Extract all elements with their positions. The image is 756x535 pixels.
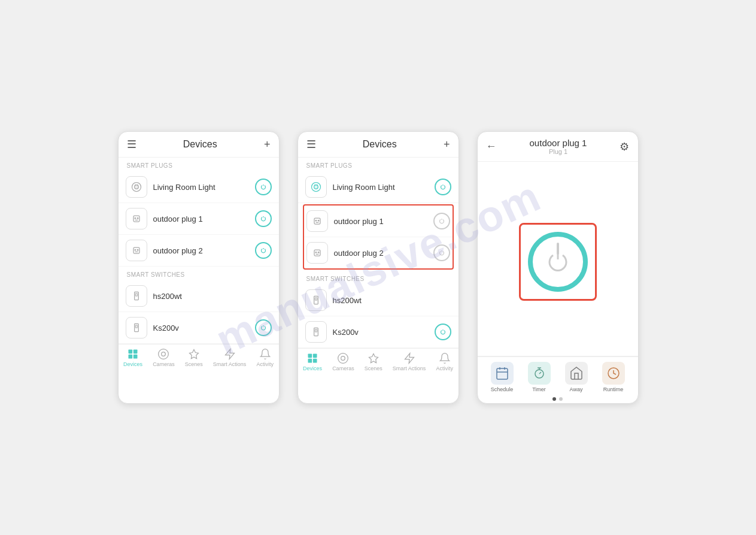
screen2-title: Devices: [363, 139, 397, 150]
dot-1: [552, 397, 556, 401]
nav-label: Devices: [303, 365, 322, 371]
svg-point-10: [137, 249, 138, 250]
section-smart-plugs-2: SMART PLUGS: [298, 158, 459, 171]
page-indicators: [478, 395, 638, 403]
power-button[interactable]: [255, 179, 272, 195]
svg-rect-15: [135, 325, 137, 328]
device-name: Living Room Light: [333, 183, 429, 192]
back-icon[interactable]: ←: [486, 140, 497, 153]
settings-icon[interactable]: ⚙: [620, 140, 629, 153]
device-name: Ks200v: [333, 328, 429, 337]
timer-icon: [528, 362, 551, 385]
list-item[interactable]: hs200wt: [119, 280, 279, 312]
switch-icon: [126, 317, 147, 338]
nav-label: Scenes: [185, 361, 203, 367]
power-button[interactable]: [255, 319, 272, 336]
nav-item-devices[interactable]: Devices: [303, 352, 322, 371]
list-item[interactable]: Ks200v: [119, 312, 279, 344]
svg-point-22: [314, 185, 318, 189]
nav-item-cameras[interactable]: Cameras: [153, 348, 175, 367]
detail-subtitle: Plug 1: [530, 148, 587, 155]
power-button[interactable]: [433, 213, 450, 229]
plug-icon: [306, 210, 328, 232]
nav-label: Scenes: [365, 365, 382, 371]
highlighted-devices-group: outdoor plug 1 outdoor plug 2: [303, 204, 454, 270]
svg-rect-7: [135, 220, 138, 220]
add-icon[interactable]: +: [264, 138, 271, 151]
away-label: Away: [570, 386, 583, 392]
svg-rect-43: [497, 368, 508, 379]
device-name: outdoor plug 2: [334, 249, 427, 258]
svg-rect-28: [315, 222, 318, 223]
nav-label: Cameras: [332, 365, 354, 371]
power-button[interactable]: [435, 179, 451, 195]
menu-icon[interactable]: ☰: [306, 138, 316, 151]
menu-icon[interactable]: ☰: [127, 138, 136, 151]
nav-item-smart-actions[interactable]: Smart Actions: [393, 352, 426, 371]
list-item[interactable]: Living Room Light: [119, 171, 279, 203]
device-name: hs200wt: [153, 292, 272, 301]
svg-rect-32: [315, 254, 318, 255]
power-button[interactable]: [433, 244, 450, 261]
nav-item-activity[interactable]: Activity: [436, 352, 453, 371]
screen-3: ← outdoor plug 1 Plug 1 ⚙: [477, 131, 639, 404]
svg-point-20: [162, 352, 166, 356]
action-away[interactable]: Away: [565, 362, 588, 392]
power-button[interactable]: [255, 210, 272, 227]
svg-rect-17: [133, 350, 138, 354]
screen-1: ☰ Devices + SMART PLUGS Living Room Ligh…: [118, 131, 280, 404]
nav-item-devices[interactable]: Devices: [123, 348, 142, 367]
svg-point-31: [318, 252, 319, 253]
power-button[interactable]: [255, 242, 272, 259]
plug-icon: [306, 242, 328, 264]
big-power-button[interactable]: [519, 223, 597, 301]
svg-line-50: [539, 372, 541, 374]
nav-label: Activity: [436, 365, 453, 371]
add-icon[interactable]: +: [444, 138, 450, 151]
nav-item-scenes[interactable]: Scenes: [185, 348, 203, 367]
switch-icon: [305, 321, 327, 343]
nav-item-smart-actions[interactable]: Smart Actions: [213, 348, 247, 367]
svg-rect-18: [129, 355, 133, 359]
list-item[interactable]: hs200wt: [298, 285, 459, 316]
screen2-header: ☰ Devices +: [298, 132, 459, 158]
svg-point-6: [137, 217, 138, 219]
svg-point-1: [134, 185, 138, 189]
list-item[interactable]: outdoor plug 1: [119, 203, 279, 235]
svg-rect-36: [315, 330, 317, 332]
action-schedule[interactable]: Schedule: [491, 362, 514, 392]
list-item[interactable]: outdoor plug 1: [304, 205, 453, 237]
device-name: outdoor plug 2: [153, 246, 249, 255]
action-runtime[interactable]: Runtime: [602, 362, 625, 392]
action-timer[interactable]: Timer: [528, 362, 551, 392]
list-item[interactable]: Ks200v: [298, 316, 459, 348]
switch-icon: [126, 285, 147, 307]
svg-rect-29: [314, 250, 320, 256]
plug-icon: [126, 240, 147, 261]
svg-point-27: [318, 220, 319, 221]
list-item[interactable]: outdoor plug 2: [304, 237, 453, 268]
nav-item-cameras[interactable]: Cameras: [332, 352, 354, 371]
timer-label: Timer: [532, 386, 546, 392]
nav-item-scenes[interactable]: Scenes: [365, 352, 382, 371]
list-item[interactable]: outdoor plug 2: [119, 235, 279, 267]
nav-label: Cameras: [153, 361, 175, 367]
svg-point-5: [135, 217, 136, 219]
plug-icon: [126, 208, 147, 229]
schedule-label: Schedule: [491, 386, 514, 392]
list-item[interactable]: Living Room Light: [298, 171, 459, 203]
detail-title: outdoor plug 1: [530, 138, 587, 148]
dot-2: [559, 397, 563, 401]
svg-point-30: [315, 252, 317, 253]
svg-rect-34: [315, 298, 317, 300]
svg-rect-40: [313, 359, 317, 363]
svg-rect-38: [313, 354, 317, 358]
svg-point-41: [341, 356, 345, 361]
plug-icon: [126, 176, 147, 198]
runtime-icon: [602, 362, 625, 385]
svg-rect-11: [135, 252, 138, 252]
nav-item-activity[interactable]: Activity: [256, 348, 274, 367]
device-name: outdoor plug 1: [334, 217, 427, 226]
svg-point-9: [135, 249, 136, 250]
power-button[interactable]: [435, 324, 451, 340]
